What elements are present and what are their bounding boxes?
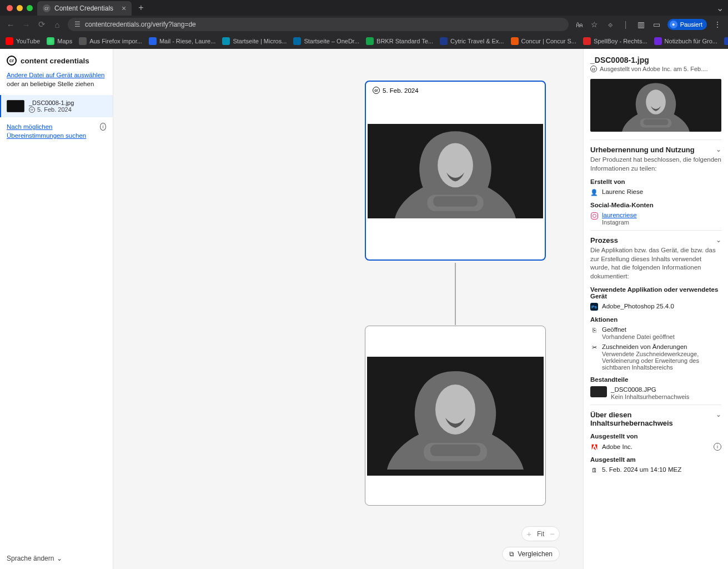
address-bar: ← → ⟳ ⌂ ☰ contentcredentials.org/verify?… [0, 16, 728, 33]
extensions-icon[interactable]: ⟐ [605, 19, 615, 29]
nav-back-icon[interactable]: ← [6, 19, 16, 29]
bookmark-label: Notizbuch für Gro... [665, 38, 717, 44]
file-list-item[interactable]: _DSC0008-1.jpg cr5. Feb. 2024 [0, 95, 113, 117]
choose-file-link[interactable]: Andere Datei auf Gerät auswählen [7, 72, 104, 78]
translate-icon[interactable]: 🗛 [574, 19, 584, 29]
cr-badge-icon: cr [373, 87, 380, 94]
bookmark-item[interactable]: YouTube [6, 37, 40, 45]
close-tab-icon[interactable]: × [122, 4, 126, 13]
bookmark-item[interactable]: Startseite | Micros... [222, 37, 287, 45]
close-window-button[interactable] [7, 5, 13, 11]
bookmark-favicon [222, 37, 230, 45]
bookmark-favicon [47, 37, 54, 45]
zoom-fit-button[interactable]: Fit [537, 530, 544, 538]
bookmark-item[interactable]: Maps [47, 37, 72, 45]
node-date-badge: cr 5. Feb. 2024 [370, 86, 421, 94]
app-row: Ps Adobe_Photoshop 25.4.0 [590, 303, 721, 311]
profile-pause-pill[interactable]: ● Pausiert [667, 19, 707, 30]
tree-node-ingredient[interactable] [365, 326, 546, 506]
zoom-in-button[interactable]: + [526, 529, 531, 538]
issued-by-row: Adobe Inc. i [590, 443, 721, 451]
tree-node-root[interactable]: cr 5. Feb. 2024 [365, 81, 546, 261]
section-process-header[interactable]: Prozess ⌄ [590, 230, 721, 244]
instagram-icon [590, 212, 598, 219]
chevron-down-icon: ⌄ [716, 236, 721, 244]
compare-label: Vergleichen [518, 550, 553, 558]
bookmark-favicon [440, 37, 448, 45]
node-date: 5. Feb. 2024 [383, 87, 419, 94]
bookmark-favicon [6, 37, 13, 45]
bookmark-star-icon[interactable]: ☆ [590, 19, 600, 29]
process-desc: Die Applikation bzw. das Gerät, die bzw.… [590, 246, 721, 281]
bookmark-item[interactable]: Startseite – OneDr... [293, 37, 359, 45]
drop-text: oder an beliebige Stelle ziehen [7, 81, 94, 87]
chevron-down-icon: ⌄ [716, 411, 721, 418]
created-by-row: 👤 Laurenc Riese [590, 188, 721, 196]
minimize-window-button[interactable] [17, 5, 23, 11]
chevron-down-icon: ⌄ [716, 146, 721, 153]
reload-icon[interactable]: ⟳ [37, 19, 47, 29]
kebab-menu-icon[interactable]: ⋮ [712, 19, 722, 29]
open-file-icon: ⎘ [590, 326, 598, 334]
crop-icon: ✂ [590, 343, 598, 351]
action-opened-row: ⎘ Geöffnet Vorhandene Datei geöffnet [590, 326, 721, 340]
adobe-icon [590, 443, 598, 451]
tree-canvas[interactable]: cr 5. Feb. 2024 + Fit − ⧉ Vergleichen [113, 49, 583, 569]
social-label: Social-Media-Konten [590, 202, 721, 208]
actions-label: Aktionen [590, 316, 721, 323]
ingredient-row[interactable]: _DSC0008.JPG Kein Inhaltsurhebernachweis [590, 386, 721, 400]
language-switcher[interactable]: Sprache ändern ⌄ [0, 548, 113, 569]
logo-text: content credentials [21, 57, 89, 65]
bookmark-item[interactable]: Nachträgliche Meil... [724, 37, 728, 45]
bookmark-label: BRKR Standard Te... [376, 38, 433, 44]
home-icon[interactable]: ⌂ [52, 19, 62, 29]
sidepanel-icon[interactable]: ▥ [636, 19, 646, 29]
action-opened-sub: Vorhandene Datei geöffnet [602, 333, 675, 340]
chevron-down-icon: ⌄ [57, 555, 62, 562]
bookmark-item[interactable]: Concur | Concur S... [511, 37, 576, 45]
ingredients-label: Bestandteile [590, 376, 721, 383]
bookmark-favicon [366, 37, 374, 45]
url-input[interactable]: ☰ contentcredentials.org/verify?lang=de [68, 18, 569, 31]
maximize-window-button[interactable] [27, 5, 33, 11]
lang-label: Sprache ändern [7, 555, 54, 562]
bookmark-item[interactable]: Notizbuch für Gro... [654, 37, 717, 45]
profile-avatar-icon: ● [670, 21, 677, 28]
new-tab-button[interactable]: + [138, 3, 143, 13]
bookmark-label: YouTube [16, 38, 40, 44]
bookmark-label: Startseite | Micros... [233, 38, 287, 44]
bookmark-favicon [583, 37, 591, 45]
social-row: laurencriese Instagram [590, 212, 721, 226]
social-platform: Instagram [602, 219, 637, 226]
search-matches-row: Nach möglichen Übereinstimmungen suchen … [0, 117, 113, 146]
tab-favicon: cr [43, 4, 51, 12]
browser-tab[interactable]: cr Content Credentials × [37, 1, 132, 16]
window-controls [4, 5, 33, 11]
bookmark-item[interactable]: SpellBoy - Rechts... [583, 37, 647, 45]
app-logo[interactable]: cr content credentials [0, 49, 113, 71]
issued-on-row: 🗓 5. Feb. 2024 um 14:10 MEZ [590, 466, 721, 474]
bookmark-item[interactable]: Cytric Travel & Ex... [440, 37, 504, 45]
issued-by-label: Ausgestellt von [590, 433, 721, 440]
expand-tabs-icon[interactable]: ⌄ [716, 3, 724, 13]
search-matches-link[interactable]: Nach möglichen Übereinstimmungen suchen [7, 123, 100, 140]
app-label: Verwendete Applikation oder verwendetes … [590, 286, 721, 300]
bookmark-item[interactable]: BRKR Standard Te... [366, 37, 433, 45]
zoom-out-button[interactable]: − [550, 529, 555, 538]
site-info-icon[interactable]: ☰ [74, 21, 81, 28]
social-handle-link[interactable]: laurencriese [602, 212, 637, 218]
info-icon[interactable]: i [714, 443, 721, 451]
section-attribution-header[interactable]: Urhebernennung und Nutzung ⌄ [590, 139, 721, 154]
nav-forward-icon[interactable]: → [21, 19, 31, 29]
bookmark-item[interactable]: Aus Firefox impor... [79, 37, 142, 45]
sidebar-left: cr content credentials Andere Datei auf … [0, 49, 113, 569]
bookmark-label: Cytric Travel & Ex... [450, 38, 504, 44]
section-about-header[interactable]: Über diesen Inhaltsurhebernachweis ⌄ [590, 405, 721, 427]
bookmark-label: Startseite – OneDr... [304, 38, 359, 44]
info-icon[interactable]: i [100, 123, 106, 131]
bookmark-favicon [149, 37, 157, 45]
bookmark-item[interactable]: Mail - Riese, Laure... [149, 37, 215, 45]
issued-on-label: Ausgestellt am [590, 456, 721, 463]
compare-button[interactable]: ⧉ Vergleichen [502, 547, 560, 561]
reading-list-icon[interactable]: ▭ [652, 19, 662, 29]
